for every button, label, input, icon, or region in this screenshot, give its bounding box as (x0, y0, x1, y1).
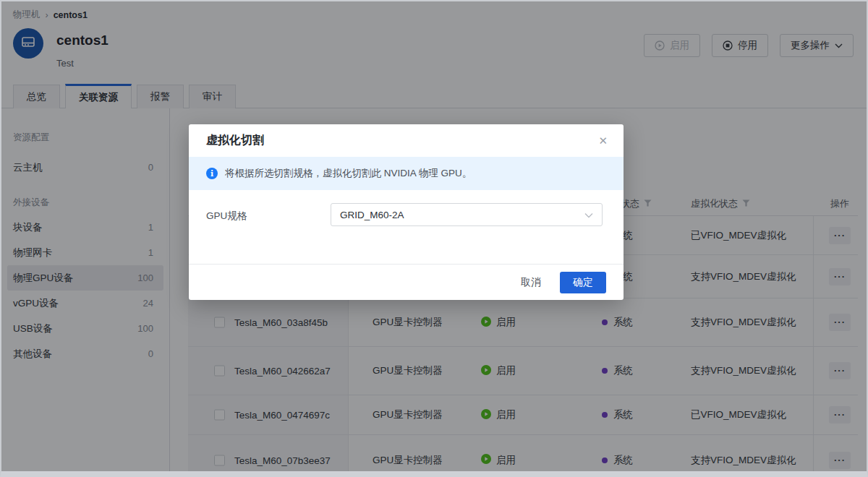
gpu-spec-select[interactable]: GRID_M60-2A (331, 203, 603, 226)
cancel-button[interactable]: 取消 (521, 276, 541, 289)
window-frame: 物理机 › centos1 centos1 Test 启用 停用 更多操作 总览… (0, 0, 868, 477)
dialog-header: 虚拟化切割 ✕ (189, 124, 624, 157)
info-banner: i 将根据所选切割规格，虚拟化切割此 NVIDIA 物理 GPU。 (189, 157, 624, 190)
gpu-spec-label: GPU规格 (206, 210, 247, 223)
page: 物理机 › centos1 centos1 Test 启用 停用 更多操作 总览… (1, 1, 867, 471)
dialog-title: 虚拟化切割 (206, 133, 264, 148)
chevron-down-icon (584, 208, 593, 221)
info-icon: i (206, 168, 218, 179)
virtualization-slice-dialog: 虚拟化切割 ✕ i 将根据所选切割规格，虚拟化切割此 NVIDIA 物理 GPU… (189, 124, 624, 300)
dialog-body: GPU规格 GRID_M60-2A (189, 190, 624, 264)
close-icon[interactable]: ✕ (598, 134, 608, 147)
confirm-button[interactable]: 确定 (560, 272, 606, 293)
info-banner-text: 将根据所选切割规格，虚拟化切割此 NVIDIA 物理 GPU。 (225, 167, 472, 180)
gpu-spec-selected-value: GRID_M60-2A (340, 210, 404, 220)
dialog-footer: 取消 确定 (189, 264, 624, 300)
